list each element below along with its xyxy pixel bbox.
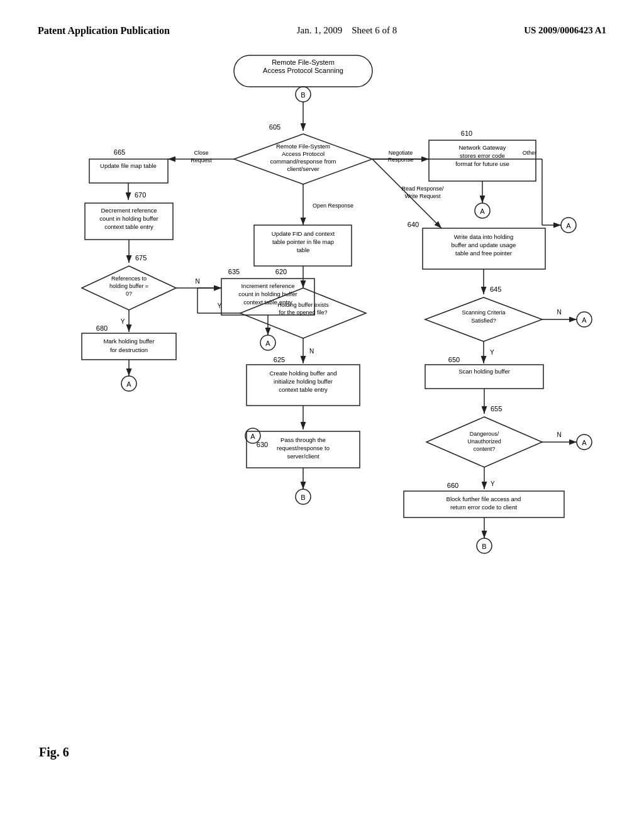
svg-text:640: 640 bbox=[408, 221, 419, 228]
svg-text:635: 635 bbox=[228, 268, 240, 275]
svg-text:N: N bbox=[557, 309, 561, 316]
svg-text:count in holding buffer: count in holding buffer bbox=[99, 215, 158, 222]
svg-text:N: N bbox=[557, 431, 561, 438]
svg-text:B: B bbox=[301, 91, 305, 99]
svg-text:625: 625 bbox=[274, 356, 285, 363]
svg-text:Request: Request bbox=[191, 157, 212, 163]
svg-text:request/response to: request/response to bbox=[277, 445, 330, 451]
svg-text:Y: Y bbox=[490, 349, 494, 356]
svg-text:655: 655 bbox=[491, 405, 502, 412]
svg-text:Update file map table: Update file map table bbox=[100, 162, 157, 169]
header-right: US 2009/0006423 A1 bbox=[524, 25, 606, 36]
svg-text:content?: content? bbox=[474, 446, 496, 452]
svg-text:Scanning Criteria: Scanning Criteria bbox=[462, 309, 505, 316]
svg-text:680: 680 bbox=[96, 324, 108, 332]
svg-text:A: A bbox=[566, 222, 571, 230]
svg-text:table and free pointer: table and free pointer bbox=[455, 250, 512, 257]
svg-text:Y: Y bbox=[491, 480, 495, 487]
svg-text:Access Protocol: Access Protocol bbox=[282, 150, 325, 157]
svg-text:Remote File-System: Remote File-System bbox=[272, 58, 335, 66]
svg-text:Pass through the: Pass through the bbox=[280, 436, 326, 443]
svg-text:Satisfied?: Satisfied? bbox=[471, 318, 496, 324]
svg-text:table pointer in file map: table pointer in file map bbox=[272, 238, 334, 245]
svg-text:A: A bbox=[126, 380, 131, 388]
page-header: Patent Application Publication Jan. 1, 2… bbox=[38, 25, 606, 36]
svg-text:Mark holding buffer: Mark holding buffer bbox=[103, 338, 154, 345]
svg-text:References to: References to bbox=[111, 275, 147, 282]
svg-text:A: A bbox=[250, 433, 255, 440]
svg-text:Update FID and context: Update FID and context bbox=[272, 230, 335, 237]
svg-text:Y: Y bbox=[121, 318, 125, 325]
svg-text:650: 650 bbox=[448, 356, 460, 363]
svg-text:645: 645 bbox=[490, 285, 501, 293]
svg-text:Network Gateway: Network Gateway bbox=[459, 144, 506, 151]
header-center: Jan. 1, 2009 Sheet 6 of 8 bbox=[297, 25, 397, 36]
svg-text:Y: Y bbox=[218, 302, 222, 309]
svg-text:N: N bbox=[195, 278, 199, 285]
svg-text:Block further file access and: Block further file access and bbox=[447, 495, 521, 502]
svg-text:665: 665 bbox=[114, 148, 125, 156]
svg-text:630: 630 bbox=[257, 441, 268, 448]
svg-text:A: A bbox=[582, 316, 587, 324]
svg-text:A: A bbox=[480, 208, 485, 215]
svg-text:Response: Response bbox=[388, 157, 414, 163]
svg-text:Unauthorized: Unauthorized bbox=[467, 438, 501, 445]
svg-text:Scan holding buffer: Scan holding buffer bbox=[458, 368, 510, 375]
svg-text:675: 675 bbox=[135, 254, 147, 262]
header-left: Patent Application Publication bbox=[38, 25, 170, 36]
svg-text:N: N bbox=[309, 348, 314, 355]
svg-text:Create holding buffer and: Create holding buffer and bbox=[269, 370, 336, 377]
svg-text:format for future use: format for future use bbox=[455, 160, 509, 167]
svg-text:A: A bbox=[582, 439, 587, 446]
svg-text:Other: Other bbox=[523, 150, 537, 156]
svg-text:Decrement reference: Decrement reference bbox=[101, 207, 157, 214]
svg-text:Holding buffer exists: Holding buffer exists bbox=[277, 302, 329, 308]
svg-text:return error code to client: return error code to client bbox=[450, 504, 517, 511]
svg-text:610: 610 bbox=[461, 130, 472, 137]
svg-text:0?: 0? bbox=[126, 290, 132, 297]
svg-text:table: table bbox=[297, 246, 310, 253]
svg-text:B: B bbox=[301, 494, 305, 501]
svg-text:Open Response: Open Response bbox=[313, 202, 353, 209]
svg-text:Access Protocol Scanning: Access Protocol Scanning bbox=[263, 67, 343, 74]
svg-text:server/client: server/client bbox=[287, 453, 319, 460]
svg-text:620: 620 bbox=[275, 268, 287, 275]
svg-text:context table entry: context table entry bbox=[104, 223, 153, 230]
flowchart-svg: Remote File-System Access Protocol Scann… bbox=[39, 43, 605, 766]
svg-text:Dangerous/: Dangerous/ bbox=[470, 431, 499, 437]
svg-text:holding buffer =: holding buffer = bbox=[109, 283, 148, 289]
figure-label: Fig. 6 bbox=[39, 745, 69, 760]
svg-text:Read Response/: Read Response/ bbox=[401, 185, 444, 192]
svg-text:Remote File-System: Remote File-System bbox=[276, 143, 330, 150]
svg-text:Negotiate: Negotiate bbox=[389, 150, 413, 156]
svg-text:for destruction: for destruction bbox=[110, 346, 148, 353]
diagram-area: Remote File-System Access Protocol Scann… bbox=[39, 43, 605, 766]
svg-text:B: B bbox=[482, 543, 486, 550]
page: Patent Application Publication Jan. 1, 2… bbox=[0, 0, 644, 830]
svg-text:for the opened file?: for the opened file? bbox=[279, 309, 327, 316]
svg-text:Increment reference: Increment reference bbox=[241, 282, 294, 289]
svg-text:Close: Close bbox=[194, 150, 208, 156]
svg-text:660: 660 bbox=[447, 482, 458, 489]
svg-text:Write data into holding: Write data into holding bbox=[454, 233, 513, 240]
svg-text:command/response from: command/response from bbox=[270, 158, 336, 165]
svg-text:670: 670 bbox=[135, 191, 146, 199]
svg-text:buffer and update usage: buffer and update usage bbox=[452, 241, 516, 248]
svg-text:client/server: client/server bbox=[287, 165, 319, 172]
svg-text:initialize holding buffer: initialize holding buffer bbox=[274, 378, 333, 385]
svg-text:context table entry: context table entry bbox=[279, 386, 328, 393]
svg-text:605: 605 bbox=[269, 123, 280, 131]
svg-text:A: A bbox=[265, 340, 270, 347]
svg-text:Write Request: Write Request bbox=[405, 193, 441, 199]
svg-text:stores error code: stores error code bbox=[460, 152, 505, 159]
